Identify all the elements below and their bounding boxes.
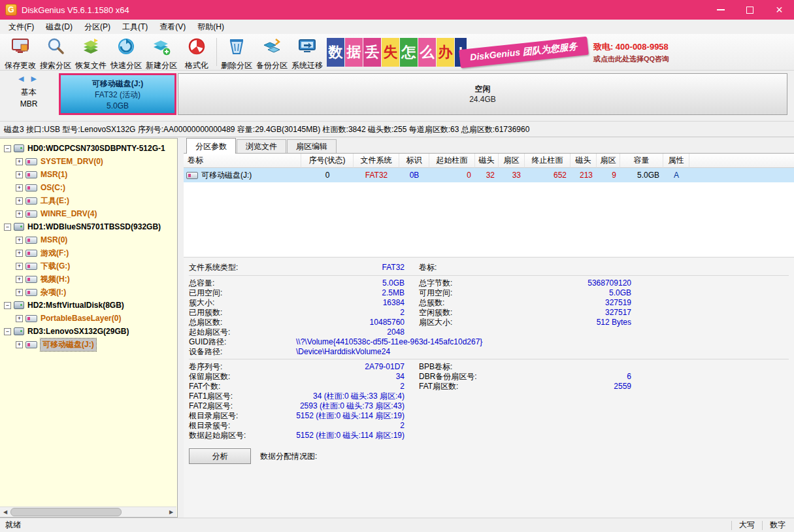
tree-item-partition[interactable]: 工具(E:) [0,194,177,207]
new-partition-button[interactable]: 新建分区 [144,34,179,70]
search-partition-button[interactable]: 搜索分区 [38,34,73,70]
recover-files-button[interactable]: 恢复文件 [73,34,108,70]
format-button[interactable]: 格式化 [179,34,214,70]
tree-item-partition[interactable]: 视频(H:) [0,273,177,286]
detail-label: FAT个数: [189,382,287,391]
expand-icon[interactable] [16,158,23,165]
next-disk-arrow-icon[interactable] [31,75,39,82]
scroll-right-arrow-icon[interactable] [166,507,176,517]
column-header[interactable]: 磁头 [475,154,499,168]
tool-label: 保存更改 [5,60,36,71]
menu-tools[interactable]: 工具(T) [116,20,154,34]
tree-item-disk-hd0[interactable]: HD0:WDCPCSN730SDBPNTY-512G-1 [0,142,177,155]
menu-help[interactable]: 帮助(H) [191,20,230,34]
expand-icon[interactable] [16,250,23,257]
partition-block-removable[interactable]: 可移动磁盘(J:) FAT32 (活动) 5.0GB [59,73,176,115]
tree-item-disk-rd3[interactable]: RD3:LenovoSX132G(29GB) [0,325,177,338]
minimize-button[interactable] [706,0,735,20]
promo-qq-link[interactable]: 或点击此处选择QQ咨询 [593,54,669,65]
partition-nav: 基本 MBR [0,71,58,121]
recover-files-icon [81,37,101,58]
tab-partition-parameters[interactable]: 分区参数 [186,138,236,154]
promo-banner[interactable]: 数 据 丢 失 怎 么 办 ! DiskGenius 团队为您服务 致电: 40… [327,35,669,69]
tree-item-partition[interactable]: OS(C:) [0,181,177,194]
tool-label: 搜索分区 [40,60,71,71]
tree-item-disk-hd1[interactable]: HD1:WDBlueSN5701TBSSD(932GB) [0,220,177,233]
delete-partition-button[interactable]: 删除分区 [219,34,254,70]
partition-block-free[interactable]: 空闲 24.4GB [178,73,787,115]
partition-name: 可移动磁盘(J:) [61,78,174,90]
tab-browse-files[interactable]: 浏览文件 [237,139,286,153]
menu-partition[interactable]: 分区(P) [78,20,116,34]
backup-partition-button[interactable]: 备份分区 [254,34,289,70]
collapse-icon[interactable] [4,224,11,231]
column-header[interactable]: 序号(状态) [301,154,354,168]
detail-value: 2048 [287,327,405,337]
scrollbar-thumb[interactable] [10,508,122,516]
detail-value: 16384 [287,298,405,308]
menu-view[interactable]: 查看(V) [154,20,191,34]
table-row-selected[interactable]: 可移动磁盘(J:) 0 FAT32 0B 0 32 33 652 213 9 5… [184,168,794,182]
quick-partition-button[interactable]: 快速分区 [108,34,144,70]
partition-icon [25,341,37,348]
save-changes-button[interactable]: 保存更改 [3,34,38,70]
tree-item-partition[interactable]: WINRE_DRV(4) [0,207,177,220]
column-header[interactable]: 文件系统 [354,154,399,168]
detail-tabs: 分区参数 浏览文件 扇区编辑 [184,138,794,154]
tree-horizontal-scrollbar[interactable] [0,507,176,517]
partition-size: 5.0GB [61,101,174,112]
format-icon [187,37,207,58]
column-header[interactable]: 终止柱面 [525,154,571,168]
expand-icon[interactable] [16,184,23,191]
tree-item-partition[interactable]: MSR(0) [0,233,177,246]
analyze-button[interactable]: 分析 [189,448,251,464]
tree-item-partition-selected[interactable]: 可移动磁盘(J:) [0,338,177,351]
prev-disk-arrow-icon[interactable] [18,75,26,82]
expand-icon[interactable] [16,289,23,296]
cell-start-sector: 33 [499,168,525,182]
expand-icon[interactable] [16,237,23,244]
status-separator [762,521,763,530]
maximize-button[interactable] [735,0,765,20]
panel-splitter[interactable] [178,138,184,518]
column-header[interactable]: 扇区 [499,154,525,168]
column-header[interactable]: 标识 [399,154,429,168]
detail-label: 已用簇数: [189,308,287,318]
tree-item-partition[interactable]: 游戏(F:) [0,246,177,259]
close-button[interactable] [765,0,794,20]
tree-item-partition[interactable]: 下载(G:) [0,259,177,273]
column-header[interactable]: 属性 [663,154,689,168]
expand-icon[interactable] [16,315,23,322]
backup-partition-icon [262,37,282,58]
tree-item-disk-hd2[interactable]: HD2:MsftVirtualDisk(8GB) [0,299,177,312]
tree-item-partition[interactable]: MSR(1) [0,168,177,181]
system-migration-button[interactable]: 系统迁移 [289,34,325,70]
maximize-icon [746,7,753,14]
collapse-icon[interactable] [4,328,11,335]
detail-label: FAT扇区数: [419,382,514,391]
tree-item-partition[interactable]: SYSTEM_DRV(0) [0,155,177,168]
collapse-icon[interactable] [4,145,11,152]
tab-sector-edit[interactable]: 扇区编辑 [287,139,337,153]
partition-icon [25,197,37,205]
column-header[interactable]: 磁头 [571,154,597,168]
menu-disk[interactable]: 磁盘(D) [40,20,78,34]
expand-icon[interactable] [16,263,23,270]
column-header[interactable]: 扇区 [597,154,620,168]
menu-file[interactable]: 文件(F) [3,20,40,34]
column-header[interactable]: 起始柱面 [429,154,475,168]
column-header[interactable]: 卷标 [184,154,301,168]
tree-item-partition[interactable]: 杂项(I:) [0,286,177,299]
collapse-icon[interactable] [4,302,11,309]
expand-icon[interactable] [16,171,23,178]
detail-value: 5152 (柱面:0 磁头:114 扇区:19) [287,411,405,421]
expand-icon[interactable] [16,341,23,348]
expand-icon[interactable] [16,276,23,283]
scroll-left-arrow-icon[interactable] [0,507,10,517]
column-header[interactable]: 容量 [620,154,663,168]
tree-item-partition[interactable]: PortableBaseLayer(0) [0,312,177,325]
promo-phone: 致电: 400-008-9958 [593,41,669,54]
expand-icon[interactable] [16,197,23,205]
title-bar: DiskGenius V5.6.1.1580 x64 [0,0,794,20]
expand-icon[interactable] [16,210,23,218]
